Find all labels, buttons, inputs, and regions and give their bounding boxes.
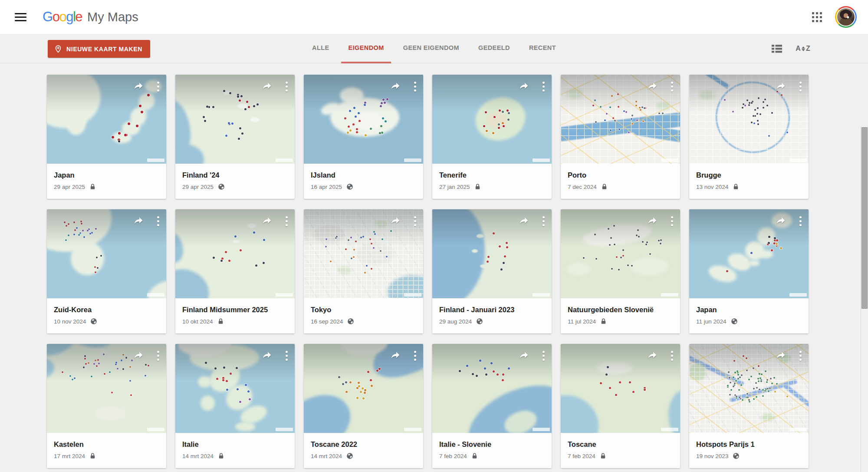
map-thumbnail[interactable]	[561, 344, 680, 433]
map-card[interactable]: Zuid-Korea10 nov 2024	[47, 209, 166, 333]
card-menu-button[interactable]	[539, 348, 548, 363]
share-button[interactable]	[388, 214, 403, 229]
kebab-menu-icon	[799, 351, 802, 353]
kebab-menu-icon	[414, 216, 416, 218]
share-button[interactable]	[131, 348, 146, 363]
map-thumbnail[interactable]	[175, 209, 295, 298]
card-menu-button[interactable]	[667, 214, 677, 229]
lock-icon	[601, 183, 608, 190]
map-thumbnail[interactable]	[47, 209, 166, 298]
share-button[interactable]	[773, 79, 789, 94]
share-button[interactable]	[131, 214, 146, 229]
map-card[interactable]: Toscane 202214 mrt 2024	[304, 344, 423, 468]
scrollbar-track[interactable]	[861, 127, 868, 472]
map-card[interactable]: Tenerife27 jan 2025	[432, 75, 552, 199]
map-thumbnail[interactable]	[689, 209, 809, 298]
apps-grid-icon[interactable]	[808, 8, 825, 26]
map-card[interactable]: Brugge13 nov 2024	[689, 75, 809, 199]
map-thumbnail[interactable]	[175, 75, 295, 164]
map-card[interactable]: Natuurgebieden Slovenië11 jul 2024	[561, 209, 680, 333]
map-thumbnail[interactable]	[304, 209, 423, 298]
card-menu-button[interactable]	[411, 348, 420, 363]
tab-gedeeld[interactable]: GEDEELD	[471, 34, 517, 63]
share-button[interactable]	[644, 214, 660, 229]
map-attribution	[276, 293, 293, 297]
map-thumbnail[interactable]	[47, 344, 166, 433]
card-menu-button[interactable]	[796, 348, 805, 363]
card-menu-button[interactable]	[154, 348, 163, 363]
card-menu-button[interactable]	[282, 214, 291, 229]
map-thumbnail[interactable]	[47, 75, 166, 164]
card-menu-button[interactable]	[154, 79, 163, 94]
thumbnail-scrim	[689, 209, 809, 298]
card-menu-button[interactable]	[796, 214, 805, 229]
share-arrow-icon	[775, 215, 787, 226]
card-menu-button[interactable]	[667, 79, 677, 94]
globe-icon	[733, 452, 740, 459]
map-thumbnail[interactable]	[689, 344, 809, 433]
map-card[interactable]: Tokyo16 sep 2024	[304, 209, 423, 333]
map-thumbnail[interactable]	[432, 344, 552, 433]
share-button[interactable]	[259, 214, 275, 229]
map-thumbnail[interactable]	[175, 344, 295, 433]
share-button[interactable]	[773, 348, 789, 363]
card-menu-button[interactable]	[667, 348, 677, 363]
kebab-menu-icon	[542, 82, 545, 84]
share-button[interactable]	[388, 348, 403, 363]
share-arrow-icon	[132, 81, 145, 91]
share-button[interactable]	[388, 79, 403, 94]
card-menu-button[interactable]	[411, 214, 420, 229]
map-thumbnail[interactable]	[561, 75, 680, 164]
map-thumbnail[interactable]	[432, 75, 552, 164]
map-card[interactable]: Japan29 apr 2025	[47, 75, 166, 199]
share-arrow-icon	[518, 81, 530, 91]
card-menu-button[interactable]	[539, 214, 548, 229]
tab-alle[interactable]: ALLE	[305, 34, 336, 63]
card-menu-button[interactable]	[282, 348, 291, 363]
share-arrow-icon	[775, 350, 787, 360]
card-menu-button[interactable]	[282, 79, 291, 94]
map-thumbnail[interactable]	[561, 209, 680, 298]
map-card[interactable]: IJsland16 apr 2025	[304, 75, 423, 199]
card-menu-button[interactable]	[539, 79, 548, 94]
sort-button[interactable]: A Z	[794, 40, 812, 57]
tab-eigendom[interactable]: EIGENDOM	[342, 34, 391, 63]
card-menu-button[interactable]	[796, 79, 805, 94]
scrollbar-thumb[interactable]	[861, 127, 868, 309]
map-thumbnail[interactable]	[304, 75, 423, 164]
share-button[interactable]	[516, 79, 532, 94]
card-menu-button[interactable]	[411, 79, 420, 94]
create-map-button[interactable]: NIEUWE KAART MAKEN	[48, 40, 150, 58]
map-thumbnail[interactable]	[432, 209, 552, 298]
share-button[interactable]	[516, 214, 532, 229]
map-card[interactable]: Porto7 dec 2024	[561, 75, 680, 199]
account-avatar[interactable]	[835, 6, 857, 28]
lock-icon	[474, 183, 481, 190]
map-thumbnail[interactable]	[689, 75, 809, 164]
share-arrow-icon	[518, 215, 530, 226]
share-arrow-icon	[261, 81, 273, 91]
share-button[interactable]	[131, 79, 146, 94]
map-card[interactable]: Finland '2429 apr 2025	[175, 75, 295, 199]
share-button[interactable]	[259, 348, 275, 363]
share-button[interactable]	[516, 348, 532, 363]
map-card[interactable]: Japan11 jun 2024	[689, 209, 809, 333]
share-button[interactable]	[644, 348, 660, 363]
tab-geen-eigendom[interactable]: GEEN EIGENDOM	[396, 34, 466, 63]
tab-recent[interactable]: RECENT	[522, 34, 563, 63]
map-card[interactable]: Toscane7 feb 2024	[561, 344, 680, 468]
map-thumbnail[interactable]	[304, 344, 423, 433]
map-card[interactable]: Hotspots Parijs 119 nov 2023	[689, 344, 809, 468]
map-card[interactable]: Kastelen17 mrt 2024	[47, 344, 166, 468]
map-card[interactable]: Finland Midsummer 202510 okt 2024	[175, 209, 295, 333]
map-card[interactable]: Italie14 mrt 2024	[175, 344, 295, 468]
share-button[interactable]	[773, 214, 789, 229]
share-button[interactable]	[644, 79, 660, 94]
card-footer: Finland Midsummer 202510 okt 2024	[175, 298, 295, 333]
card-menu-button[interactable]	[154, 214, 163, 229]
list-view-button[interactable]	[768, 40, 786, 57]
map-card[interactable]: Italie - Slovenie7 feb 2024	[432, 344, 552, 468]
map-card[interactable]: Finland - Januari 202329 aug 2024	[432, 209, 552, 333]
share-button[interactable]	[259, 79, 275, 94]
hamburger-menu-icon[interactable]	[11, 7, 30, 26]
